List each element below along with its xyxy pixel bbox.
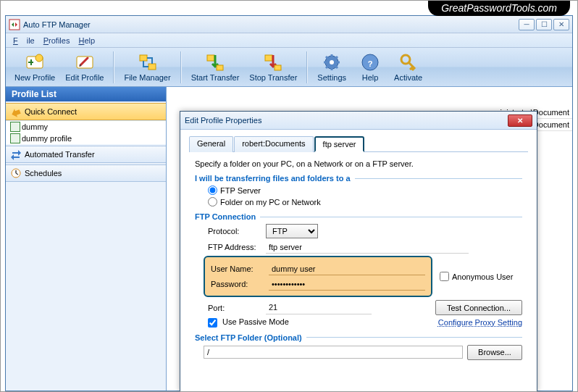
svg-text:?: ? bbox=[368, 59, 373, 68]
menu-profiles[interactable]: Profiles bbox=[39, 35, 75, 46]
help-icon: ? bbox=[360, 52, 380, 72]
quick-connect-icon bbox=[10, 106, 22, 117]
browse-button[interactable]: Browse... bbox=[467, 345, 522, 360]
stop-transfer-button[interactable]: Stop Transfer bbox=[245, 51, 301, 83]
svg-rect-7 bbox=[217, 65, 223, 70]
password-label: Password: bbox=[211, 280, 269, 288]
ftp-address-label: FTP Address: bbox=[208, 243, 266, 251]
section-ftp-connection: FTP Connection bbox=[195, 212, 522, 221]
anonymous-label: Anonymous User bbox=[452, 272, 513, 281]
passive-mode-checkbox[interactable] bbox=[208, 318, 217, 328]
activate-icon bbox=[398, 52, 419, 72]
window-title: Auto FTP Manager bbox=[23, 20, 517, 29]
file-manager-button[interactable]: File Manager bbox=[120, 51, 175, 83]
passive-mode-label: Use Passive Mode bbox=[222, 317, 289, 326]
tab-ftp-server[interactable]: ftp server bbox=[314, 136, 365, 152]
app-icon bbox=[9, 19, 20, 30]
settings-button[interactable]: Settings bbox=[313, 51, 351, 83]
svg-point-2 bbox=[35, 54, 43, 62]
profile-list-header: Profile List bbox=[6, 87, 166, 101]
svg-rect-8 bbox=[265, 55, 272, 61]
quick-connect-section[interactable]: Quick Connect bbox=[6, 103, 166, 120]
svg-rect-4 bbox=[140, 55, 147, 61]
close-button[interactable]: ✕ bbox=[553, 19, 569, 30]
activate-button[interactable]: Activate bbox=[390, 51, 427, 83]
protocol-select[interactable]: FTP bbox=[266, 224, 318, 238]
radio-ftp-server-label: FTP Server bbox=[220, 186, 261, 195]
help-button[interactable]: ? Help bbox=[352, 51, 388, 83]
new-profile-button[interactable]: New Profile bbox=[10, 51, 59, 83]
radio-folder-label: Folder on my PC or Network bbox=[220, 198, 321, 207]
edit-profile-button[interactable]: Edit Profile bbox=[61, 51, 108, 83]
radio-folder[interactable] bbox=[208, 197, 217, 207]
titlebar: Auto FTP Manager ─ ☐ ✕ bbox=[6, 16, 572, 33]
radio-ftp-server[interactable] bbox=[208, 185, 217, 195]
dialog-close-button[interactable]: ✕ bbox=[508, 114, 532, 127]
ftp-folder-input[interactable] bbox=[204, 346, 463, 359]
menu-file[interactable]: File bbox=[9, 35, 39, 46]
maximize-button[interactable]: ☐ bbox=[536, 19, 552, 30]
credentials-highlight: User Name: Password: bbox=[204, 256, 432, 297]
dialog-title: Edit Profile Properties bbox=[185, 116, 508, 125]
port-input[interactable] bbox=[266, 301, 372, 314]
test-connection-button[interactable]: Test Connection... bbox=[435, 300, 522, 315]
intro-text: Specify a folder on your PC, on a Networ… bbox=[195, 159, 522, 168]
anonymous-checkbox[interactable] bbox=[440, 272, 449, 281]
start-transfer-button[interactable]: Start Transfer bbox=[187, 51, 244, 83]
svg-rect-5 bbox=[148, 64, 156, 70]
menubar: File Profiles Help bbox=[6, 33, 572, 48]
toolbar: New Profile Edit Profile File Manager St… bbox=[6, 48, 572, 87]
section-select-ftp-folder: Select FTP Folder (Optional) bbox=[195, 333, 522, 342]
left-panel: Profile List Quick Connect dummy dummy p… bbox=[6, 87, 167, 391]
stop-transfer-icon bbox=[263, 52, 283, 72]
minimize-button[interactable]: ─ bbox=[519, 19, 535, 30]
automated-transfer-icon bbox=[10, 149, 22, 160]
tab-content: Specify a folder on your PC, on a Networ… bbox=[189, 152, 528, 365]
watermark: GreatPasswordTools.com bbox=[428, 1, 570, 16]
start-transfer-icon bbox=[205, 52, 225, 72]
username-input[interactable] bbox=[269, 262, 425, 275]
schedules-section[interactable]: Schedules bbox=[6, 164, 166, 182]
ftp-address-input[interactable] bbox=[266, 241, 469, 254]
svg-rect-6 bbox=[207, 55, 214, 61]
tab-general[interactable]: General bbox=[189, 136, 233, 152]
settings-icon bbox=[322, 52, 342, 72]
svg-rect-9 bbox=[275, 65, 281, 70]
profile-item-dummy[interactable]: dummy bbox=[6, 121, 166, 133]
svg-rect-0 bbox=[9, 20, 20, 30]
tabs: General robert:Documents ftp server bbox=[189, 135, 528, 152]
password-input[interactable] bbox=[269, 278, 425, 291]
svg-point-11 bbox=[330, 60, 334, 64]
profile-item-dummy-profile[interactable]: dummy profile bbox=[6, 133, 166, 144]
new-profile-icon bbox=[25, 52, 45, 72]
automated-transfer-section[interactable]: Automated Transfer bbox=[6, 146, 166, 163]
file-manager-icon bbox=[138, 52, 158, 72]
dialog-titlebar[interactable]: Edit Profile Properties ✕ bbox=[180, 112, 537, 130]
port-label: Port: bbox=[208, 304, 266, 312]
schedules-icon bbox=[10, 167, 22, 179]
edit-profile-icon bbox=[75, 52, 95, 72]
section-transfer-target: I will be transferring files and folders… bbox=[195, 174, 522, 183]
menu-help[interactable]: Help bbox=[74, 35, 99, 46]
tab-robert-documents[interactable]: robert:Documents bbox=[234, 136, 313, 152]
configure-proxy-link[interactable]: Configure Proxy Setting bbox=[438, 318, 522, 327]
username-label: User Name: bbox=[211, 264, 269, 273]
protocol-label: Protocol: bbox=[208, 227, 266, 235]
edit-profile-dialog: Edit Profile Properties ✕ General robert… bbox=[180, 111, 537, 392]
